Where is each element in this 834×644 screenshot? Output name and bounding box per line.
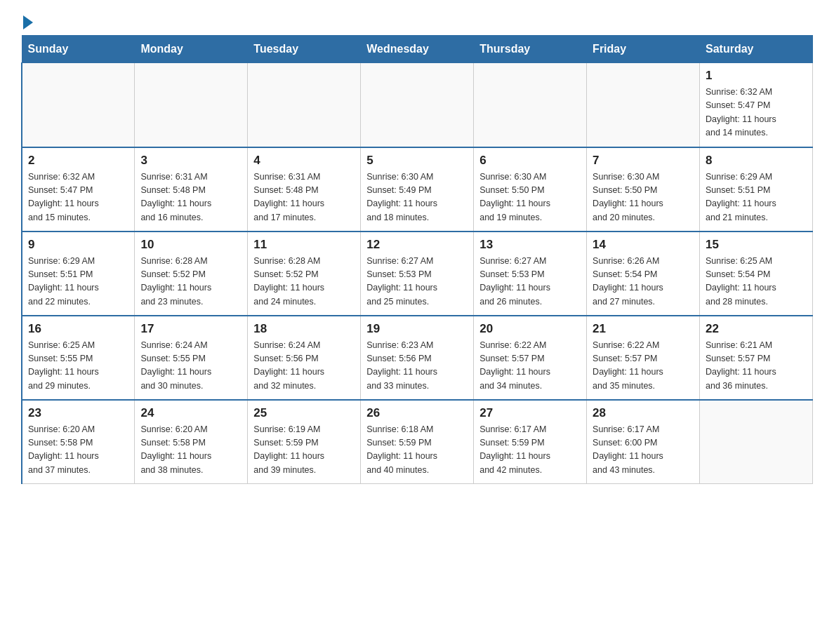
calendar-cell (248, 63, 361, 147)
day-number: 3 (140, 154, 241, 168)
calendar-cell: 19Sunrise: 6:23 AM Sunset: 5:56 PM Dayli… (361, 316, 474, 400)
day-number: 21 (593, 322, 694, 336)
day-number: 12 (366, 238, 468, 252)
day-number: 11 (253, 238, 355, 252)
day-info: Sunrise: 6:26 AM Sunset: 5:54 PM Dayligh… (593, 255, 694, 309)
calendar-cell: 11Sunrise: 6:28 AM Sunset: 5:52 PM Dayli… (248, 232, 361, 316)
calendar-cell (700, 400, 813, 484)
calendar-week-4: 16Sunrise: 6:25 AM Sunset: 5:55 PM Dayli… (22, 316, 813, 400)
day-info: Sunrise: 6:20 AM Sunset: 5:58 PM Dayligh… (28, 423, 128, 478)
day-number: 28 (593, 406, 694, 420)
day-info: Sunrise: 6:29 AM Sunset: 5:51 PM Dayligh… (28, 255, 128, 309)
day-info: Sunrise: 6:25 AM Sunset: 5:55 PM Dayligh… (28, 339, 128, 394)
calendar-cell: 21Sunrise: 6:22 AM Sunset: 5:57 PM Dayli… (587, 316, 700, 400)
calendar-cell (587, 63, 700, 147)
day-info: Sunrise: 6:25 AM Sunset: 5:54 PM Dayligh… (706, 255, 807, 309)
calendar-cell: 23Sunrise: 6:20 AM Sunset: 5:58 PM Dayli… (22, 400, 135, 484)
day-number: 23 (28, 406, 128, 420)
calendar-cell: 6Sunrise: 6:30 AM Sunset: 5:50 PM Daylig… (474, 147, 587, 232)
day-number: 14 (593, 238, 694, 252)
calendar-cell (135, 63, 248, 147)
day-info: Sunrise: 6:27 AM Sunset: 5:53 PM Dayligh… (479, 255, 581, 309)
day-number: 8 (706, 154, 807, 168)
day-info: Sunrise: 6:30 AM Sunset: 5:49 PM Dayligh… (366, 170, 468, 225)
calendar-week-5: 23Sunrise: 6:20 AM Sunset: 5:58 PM Dayli… (22, 400, 813, 484)
calendar-week-3: 9Sunrise: 6:29 AM Sunset: 5:51 PM Daylig… (22, 232, 813, 316)
calendar-cell: 18Sunrise: 6:24 AM Sunset: 5:56 PM Dayli… (248, 316, 361, 400)
calendar-cell: 9Sunrise: 6:29 AM Sunset: 5:51 PM Daylig… (22, 232, 135, 316)
calendar-cell: 4Sunrise: 6:31 AM Sunset: 5:48 PM Daylig… (248, 147, 361, 232)
day-info: Sunrise: 6:32 AM Sunset: 5:47 PM Dayligh… (28, 170, 128, 225)
calendar-cell: 5Sunrise: 6:30 AM Sunset: 5:49 PM Daylig… (361, 147, 474, 232)
calendar-cell: 16Sunrise: 6:25 AM Sunset: 5:55 PM Dayli… (22, 316, 135, 400)
logo-arrow-icon (23, 15, 33, 29)
day-number: 22 (706, 322, 807, 336)
calendar-cell: 20Sunrise: 6:22 AM Sunset: 5:57 PM Dayli… (474, 316, 587, 400)
day-info: Sunrise: 6:24 AM Sunset: 5:56 PM Dayligh… (253, 339, 355, 394)
day-info: Sunrise: 6:30 AM Sunset: 5:50 PM Dayligh… (479, 170, 581, 225)
day-number: 2 (28, 154, 128, 168)
day-number: 18 (253, 322, 355, 336)
day-number: 5 (366, 154, 468, 168)
logo (21, 14, 33, 28)
day-info: Sunrise: 6:23 AM Sunset: 5:56 PM Dayligh… (366, 339, 468, 394)
calendar-cell: 14Sunrise: 6:26 AM Sunset: 5:54 PM Dayli… (587, 232, 700, 316)
day-info: Sunrise: 6:22 AM Sunset: 5:57 PM Dayligh… (593, 339, 694, 394)
calendar-cell: 12Sunrise: 6:27 AM Sunset: 5:53 PM Dayli… (361, 232, 474, 316)
day-number: 19 (366, 322, 468, 336)
calendar-week-1: 1Sunrise: 6:32 AM Sunset: 5:47 PM Daylig… (22, 63, 813, 147)
day-info: Sunrise: 6:31 AM Sunset: 5:48 PM Dayligh… (140, 170, 241, 225)
calendar-cell (22, 63, 135, 147)
calendar-cell: 25Sunrise: 6:19 AM Sunset: 5:59 PM Dayli… (248, 400, 361, 484)
weekday-header-saturday: Saturday (700, 36, 813, 63)
day-number: 27 (479, 406, 581, 420)
weekday-header-tuesday: Tuesday (248, 36, 361, 63)
weekday-header-friday: Friday (587, 36, 700, 63)
day-info: Sunrise: 6:28 AM Sunset: 5:52 PM Dayligh… (253, 255, 355, 309)
day-number: 24 (140, 406, 241, 420)
day-number: 9 (28, 238, 128, 252)
weekday-header-wednesday: Wednesday (361, 36, 474, 63)
calendar-cell: 17Sunrise: 6:24 AM Sunset: 5:55 PM Dayli… (135, 316, 248, 400)
calendar-table: SundayMondayTuesdayWednesdayThursdayFrid… (21, 35, 813, 484)
calendar-cell: 3Sunrise: 6:31 AM Sunset: 5:48 PM Daylig… (135, 147, 248, 232)
day-info: Sunrise: 6:21 AM Sunset: 5:57 PM Dayligh… (706, 339, 807, 394)
day-number: 13 (479, 238, 581, 252)
weekday-header-monday: Monday (135, 36, 248, 63)
day-number: 25 (253, 406, 355, 420)
calendar-cell: 13Sunrise: 6:27 AM Sunset: 5:53 PM Dayli… (474, 232, 587, 316)
calendar-cell (361, 63, 474, 147)
day-info: Sunrise: 6:18 AM Sunset: 5:59 PM Dayligh… (366, 423, 468, 478)
day-info: Sunrise: 6:28 AM Sunset: 5:52 PM Dayligh… (140, 255, 241, 309)
day-info: Sunrise: 6:20 AM Sunset: 5:58 PM Dayligh… (140, 423, 241, 478)
day-info: Sunrise: 6:31 AM Sunset: 5:48 PM Dayligh… (253, 170, 355, 225)
day-number: 4 (253, 154, 355, 168)
calendar-cell: 8Sunrise: 6:29 AM Sunset: 5:51 PM Daylig… (700, 147, 813, 232)
day-number: 7 (593, 154, 694, 168)
day-info: Sunrise: 6:22 AM Sunset: 5:57 PM Dayligh… (479, 339, 581, 394)
day-info: Sunrise: 6:19 AM Sunset: 5:59 PM Dayligh… (253, 423, 355, 478)
page-header (21, 14, 813, 28)
day-info: Sunrise: 6:30 AM Sunset: 5:50 PM Dayligh… (593, 170, 694, 225)
day-number: 26 (366, 406, 468, 420)
calendar-cell: 28Sunrise: 6:17 AM Sunset: 6:00 PM Dayli… (587, 400, 700, 484)
day-info: Sunrise: 6:27 AM Sunset: 5:53 PM Dayligh… (366, 255, 468, 309)
day-number: 1 (706, 69, 807, 83)
calendar-week-2: 2Sunrise: 6:32 AM Sunset: 5:47 PM Daylig… (22, 147, 813, 232)
calendar-cell (474, 63, 587, 147)
day-number: 6 (479, 154, 581, 168)
day-number: 10 (140, 238, 241, 252)
calendar-cell: 10Sunrise: 6:28 AM Sunset: 5:52 PM Dayli… (135, 232, 248, 316)
day-info: Sunrise: 6:17 AM Sunset: 6:00 PM Dayligh… (593, 423, 694, 478)
day-info: Sunrise: 6:24 AM Sunset: 5:55 PM Dayligh… (140, 339, 241, 394)
calendar-cell: 26Sunrise: 6:18 AM Sunset: 5:59 PM Dayli… (361, 400, 474, 484)
calendar-cell: 2Sunrise: 6:32 AM Sunset: 5:47 PM Daylig… (22, 147, 135, 232)
day-info: Sunrise: 6:29 AM Sunset: 5:51 PM Dayligh… (706, 170, 807, 225)
calendar-cell: 1Sunrise: 6:32 AM Sunset: 5:47 PM Daylig… (700, 63, 813, 147)
weekday-header-row: SundayMondayTuesdayWednesdayThursdayFrid… (22, 36, 813, 63)
weekday-header-thursday: Thursday (474, 36, 587, 63)
day-number: 17 (140, 322, 241, 336)
weekday-header-sunday: Sunday (22, 36, 135, 63)
day-number: 20 (479, 322, 581, 336)
calendar-cell: 22Sunrise: 6:21 AM Sunset: 5:57 PM Dayli… (700, 316, 813, 400)
